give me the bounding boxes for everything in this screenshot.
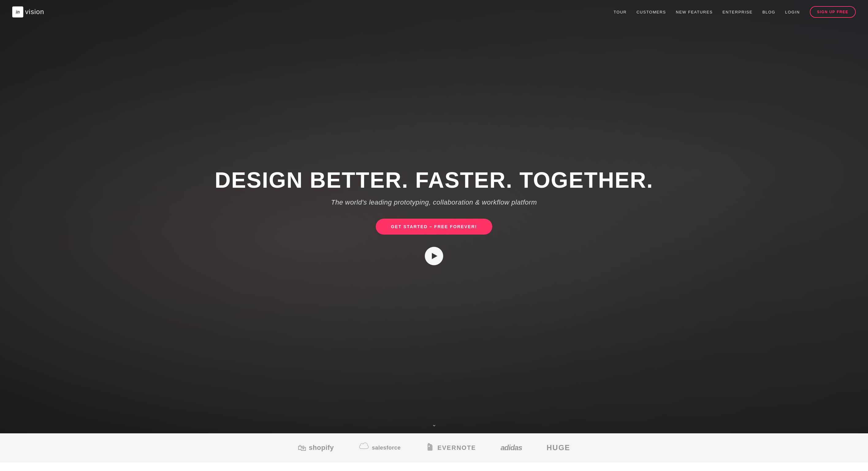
main-nav: TOUR CUSTOMERS NEW FEATURES ENTERPRISE B…: [614, 6, 856, 18]
logo-in: in: [16, 9, 20, 14]
scroll-down-arrow: ⌄: [432, 421, 436, 428]
logo[interactable]: in vision: [12, 6, 44, 18]
signup-button[interactable]: SIGN UP FREE: [810, 6, 856, 18]
play-icon: [432, 253, 437, 259]
customer-logos-band: 🛍 shopify salesforce EVERNOTE adidas HUG…: [0, 433, 868, 463]
logo-box: in: [12, 6, 23, 18]
logo-evernote: EVERNOTE: [425, 442, 476, 454]
nav-item-enterprise[interactable]: ENTERPRISE: [722, 10, 752, 14]
shopify-bag-icon: 🛍: [298, 443, 306, 453]
adidas-label: adidas: [500, 443, 522, 452]
nav-item-tour[interactable]: TOUR: [614, 10, 627, 14]
logo-huge: HUGE: [547, 443, 570, 452]
nav-item-new-features[interactable]: NEW FEATURES: [676, 10, 713, 14]
shopify-label: shopify: [309, 444, 334, 452]
play-video-button[interactable]: [425, 247, 443, 265]
get-started-button[interactable]: GET STARTED – FREE FOREVER!: [376, 218, 493, 235]
hero-section: DESIGN BETTER. FASTER. TOGETHER. The wor…: [0, 0, 868, 433]
salesforce-label: salesforce: [372, 445, 401, 451]
hero-subtitle: The world's leading prototyping, collabo…: [215, 198, 653, 206]
logo-salesforce: salesforce: [358, 442, 401, 453]
hero-content: DESIGN BETTER. FASTER. TOGETHER. The wor…: [209, 168, 659, 265]
logo-shopify: 🛍 shopify: [298, 443, 334, 453]
evernote-elephant-icon: [425, 442, 435, 454]
logo-adidas: adidas: [500, 443, 522, 452]
nav-item-customers[interactable]: CUSTOMERS: [637, 10, 666, 14]
nav-item-blog[interactable]: BLOG: [762, 10, 775, 14]
svg-point-0: [429, 445, 430, 447]
logo-vision-text: vision: [25, 8, 44, 16]
salesforce-cloud-icon: [358, 442, 369, 453]
evernote-label: EVERNOTE: [437, 444, 476, 451]
header: in vision TOUR CUSTOMERS NEW FEATURES EN…: [0, 0, 868, 24]
nav-item-login[interactable]: LOGIN: [785, 10, 800, 14]
huge-label: HUGE: [547, 443, 570, 452]
hero-title: DESIGN BETTER. FASTER. TOGETHER.: [215, 168, 653, 192]
